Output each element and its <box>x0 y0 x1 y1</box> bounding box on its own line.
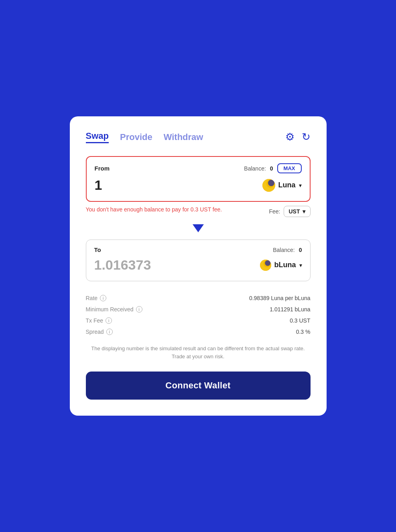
tx-fee-row: Tx Fee i 0.3 UST <box>86 315 311 326</box>
from-content: Luna ▾ <box>95 177 302 193</box>
rate-info-icon[interactable]: i <box>100 295 106 301</box>
disclaimer-text: The displaying number is the simulated r… <box>86 345 311 360</box>
to-token-select[interactable]: bLuna ▾ <box>260 260 302 271</box>
to-token-chevron: ▾ <box>299 262 302 268</box>
from-balance-row: Balance: 0 MAX <box>244 163 301 173</box>
to-amount: 1.016373 <box>94 257 151 273</box>
error-fee-row: You don't have enough balance to pay for… <box>86 206 311 217</box>
tx-fee-key: Tx Fee i <box>86 317 112 324</box>
connect-wallet-button[interactable]: Connect Wallet <box>86 372 311 400</box>
to-balance-value: 0 <box>299 247 302 253</box>
bluna-icon <box>260 260 271 271</box>
error-message: You don't have enough balance to pay for… <box>86 206 263 214</box>
rate-key: Rate i <box>86 295 107 301</box>
from-header: From Balance: 0 MAX <box>95 163 302 173</box>
nav-icons: ⚙ ↻ <box>285 131 311 143</box>
spread-info-icon[interactable]: i <box>106 329 113 335</box>
fee-currency: UST <box>289 208 300 215</box>
to-box: To Balance: 0 1.016373 bLuna ▾ <box>86 240 311 281</box>
spread-row: Spread i 0.3 % <box>86 326 311 337</box>
fee-chevron: ▾ <box>303 208 305 215</box>
tab-provide[interactable]: Provide <box>120 132 152 142</box>
from-box: From Balance: 0 MAX Luna ▾ <box>86 156 311 202</box>
max-button[interactable]: MAX <box>277 163 302 173</box>
min-received-value: 1.011291 bLuna <box>270 306 310 313</box>
from-balance-value: 0 <box>270 165 273 172</box>
swap-direction-arrow <box>193 224 204 232</box>
fee-label: Fee: <box>269 208 280 215</box>
gear-icon[interactable]: ⚙ <box>285 131 294 143</box>
from-label: From <box>95 165 110 172</box>
to-content: 1.016373 bLuna ▾ <box>94 257 302 273</box>
spread-label: Spread <box>86 329 104 335</box>
to-balance-label: Balance: <box>273 247 294 253</box>
from-token-select[interactable]: Luna ▾ <box>262 179 302 192</box>
fee-selector: Fee: UST ▾ <box>269 206 310 217</box>
to-label: To <box>94 246 101 253</box>
min-received-key: Minimum Received i <box>86 306 142 313</box>
fee-dropdown[interactable]: UST ▾ <box>284 206 311 217</box>
tx-fee-value: 0.3 UST <box>290 317 310 324</box>
from-token-name: Luna <box>278 181 296 189</box>
from-token-chevron: ▾ <box>299 182 302 189</box>
luna-icon <box>262 179 275 192</box>
refresh-icon[interactable]: ↻ <box>302 131 311 143</box>
to-header: To Balance: 0 <box>94 246 302 253</box>
spread-value: 0.3 % <box>296 329 311 335</box>
min-received-label: Minimum Received <box>86 306 134 313</box>
svg-point-5 <box>265 260 270 266</box>
spread-key: Spread i <box>86 329 113 335</box>
swap-arrow-container <box>86 224 311 232</box>
swap-card: Swap Provide Withdraw ⚙ ↻ From Balance: … <box>70 116 327 416</box>
tx-fee-info-icon[interactable]: i <box>106 317 112 324</box>
nav-tabs: Swap Provide Withdraw ⚙ ↻ <box>86 131 311 143</box>
rate-row: Rate i 0.98389 Luna per bLuna <box>86 292 311 304</box>
min-received-info-icon[interactable]: i <box>136 306 142 313</box>
to-token-name: bLuna <box>274 261 296 269</box>
tab-swap[interactable]: Swap <box>86 131 109 143</box>
info-rows: Rate i 0.98389 Luna per bLuna Minimum Re… <box>86 292 311 337</box>
rate-label: Rate <box>86 295 98 301</box>
from-balance-label: Balance: <box>244 165 266 172</box>
min-received-row: Minimum Received i 1.011291 bLuna <box>86 304 311 315</box>
rate-value: 0.98389 Luna per bLuna <box>249 295 311 301</box>
tx-fee-label: Tx Fee <box>86 317 104 324</box>
tab-withdraw[interactable]: Withdraw <box>164 132 203 142</box>
to-balance-row: Balance: 0 <box>273 247 302 253</box>
svg-point-2 <box>268 180 274 186</box>
from-amount-input[interactable] <box>95 177 219 193</box>
